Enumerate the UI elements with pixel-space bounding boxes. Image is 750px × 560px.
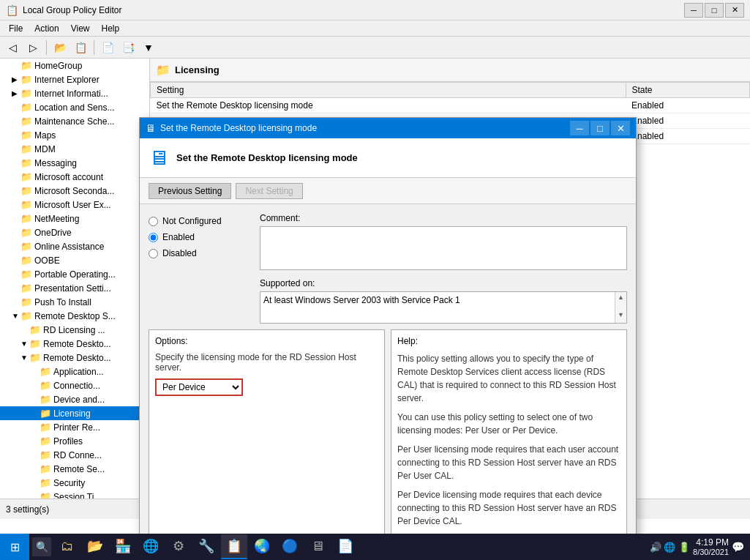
taskbar-app-store[interactable]: 🏪 [110, 534, 136, 559]
menu-view[interactable]: View [65, 22, 96, 35]
taskbar-app-manage[interactable]: 🖥 [304, 534, 331, 559]
tree-item-remotese[interactable]: 📁 Remote Se... [0, 462, 149, 476]
tree-item-connection[interactable]: 📁 Connectio... [0, 378, 149, 392]
radio-enabled[interactable]: Enabled [149, 232, 251, 242]
tree-item-ie[interactable]: ▶ 📁 Internet Explorer [0, 72, 149, 86]
licensing-mode-select[interactable]: Per Device Per User [155, 378, 243, 396]
dialog: 🖥 Set the Remote Desktop licensing mode … [139, 117, 637, 560]
extended-button[interactable]: 📑 [119, 39, 138, 56]
tree-item-rd-remote2[interactable]: ▼ 📁 Remote Deskto... [0, 351, 149, 365]
tree-item-msseconda[interactable]: 📁 Microsoft Seconda... [0, 184, 149, 198]
folder-icon: 📁 [40, 408, 51, 419]
tree-item-netmeeting[interactable]: 📁 NetMeeting [0, 212, 149, 225]
taskbar-app-docs[interactable]: 📄 [332, 534, 359, 559]
filter-button[interactable]: ▼ [139, 39, 158, 56]
tree-item-rdlicensing[interactable]: 📁 RD Licensing ... [0, 323, 149, 337]
tree-item-iis[interactable]: ▶ 📁 Internet Informati... [0, 86, 149, 100]
dialog-title: Set the Remote Desktop licensing mode [160, 123, 566, 133]
tree-item-location[interactable]: 📁 Location and Sens... [0, 100, 149, 114]
folder-icon: 📁 [40, 394, 51, 405]
tree-label: Portable Operating... [34, 269, 116, 280]
tree-item-licensing[interactable]: 📁 Licensing [0, 406, 149, 420]
tree-label: Licensing [53, 408, 91, 419]
radio-not-configured[interactable]: Not Configured [149, 216, 251, 226]
arrow-icon: ▼ [20, 354, 28, 362]
radio-not-configured-input[interactable] [149, 217, 158, 226]
back-button[interactable]: ◁ [3, 39, 22, 56]
start-button[interactable]: ⊞ [0, 534, 29, 560]
maximize-button[interactable]: □ [705, 3, 724, 18]
prev-setting-button[interactable]: Previous Setting [149, 183, 231, 199]
search-button[interactable]: 🔍 [32, 537, 51, 556]
tree-item-security[interactable]: 📁 Security [0, 476, 149, 490]
taskbar-app-gpedit[interactable]: 📋 [221, 534, 247, 559]
folder-icon: 📁 [20, 171, 32, 182]
taskbar-app-edge[interactable]: 🌐 [138, 534, 164, 559]
tree-item-portable[interactable]: 📁 Portable Operating... [0, 267, 149, 281]
tree-item-msuserex[interactable]: 📁 Microsoft User Ex... [0, 198, 149, 212]
properties-button[interactable]: 📄 [98, 39, 117, 56]
tree-item-printer[interactable]: 📁 Printer Re... [0, 420, 149, 434]
toolbar-separator-1 [46, 40, 47, 55]
tree-item-profiles[interactable]: 📁 Profiles [0, 434, 149, 448]
col-setting[interactable]: Setting [151, 83, 626, 98]
radio-disabled[interactable]: Disabled [149, 248, 251, 258]
dialog-minimize-button[interactable]: ─ [570, 121, 589, 135]
taskbar-app-tools[interactable]: 🔧 [193, 534, 220, 559]
tree-item-msaccount[interactable]: 📁 Microsoft account [0, 170, 149, 184]
tree-label: Remote Se... [53, 464, 105, 474]
taskbar-app-files[interactable]: 🗂 [54, 534, 80, 559]
dialog-maximize-button[interactable]: □ [590, 121, 610, 135]
tree-item-maps[interactable]: 📁 Maps [0, 128, 149, 142]
tree-item-mdm[interactable]: 📁 MDM [0, 142, 149, 156]
minimize-button[interactable]: ─ [684, 3, 703, 18]
tree-item-homegroup[interactable]: 📁 HomeGroup [0, 59, 149, 72]
dialog-window-controls: ─ □ ✕ [570, 121, 630, 135]
table-row[interactable]: Set the Remote Desktop licensing mode En… [151, 98, 750, 113]
folder-icon: 📁 [40, 491, 51, 499]
folder-icon: 📁 [29, 324, 41, 335]
tree-item-rdconnect[interactable]: 📁 RD Conne... [0, 448, 149, 462]
menu-help[interactable]: Help [96, 22, 126, 35]
tree-item-application[interactable]: 📁 Application... [0, 365, 149, 378]
taskbar-app-chrome[interactable]: 🔵 [277, 534, 303, 559]
menu-bar: File Action View Help [0, 20, 750, 37]
radio-enabled-input[interactable] [149, 233, 158, 242]
col-state[interactable]: State [626, 83, 749, 98]
taskbar-app-explorer[interactable]: 📂 [82, 534, 108, 559]
tree-item-rd-remote1[interactable]: ▼ 📁 Remote Deskto... [0, 337, 149, 351]
tree-label: RD Conne... [53, 450, 102, 460]
supported-scrollbar[interactable]: ▲ ▼ [615, 292, 626, 323]
radio-disabled-input[interactable] [149, 249, 158, 258]
tree-item-device[interactable]: 📁 Device and... [0, 392, 149, 406]
tree-item-online[interactable]: 📁 Online Assistance [0, 239, 149, 253]
taskbar-app-ie[interactable]: 🌏 [249, 534, 275, 559]
forward-button[interactable]: ▷ [23, 39, 42, 56]
folder-up-button[interactable]: 📂 [50, 39, 70, 56]
menu-file[interactable]: File [3, 22, 29, 35]
tree-label: Maps [34, 130, 56, 141]
show-hide-button[interactable]: 📋 [71, 39, 90, 56]
taskbar-app-settings[interactable]: ⚙ [165, 534, 192, 559]
tree-item-pushtoinstall[interactable]: 📁 Push To Install [0, 295, 149, 309]
tree-item-oobe[interactable]: 📁 OOBE [0, 253, 149, 267]
menu-action[interactable]: Action [29, 22, 64, 35]
close-button[interactable]: ✕ [725, 3, 744, 18]
tree-label: Online Assistance [34, 242, 104, 252]
taskbar-time-display: 4:19 PM [693, 537, 729, 548]
tree-item-maintenance[interactable]: 📁 Maintenance Sche... [0, 114, 149, 128]
tray-icons: 🔊 🌐 🔋 [650, 542, 690, 553]
tree-item-rds[interactable]: ▼ 📁 Remote Desktop S... [0, 309, 149, 323]
folder-icon: 📁 [29, 338, 41, 349]
next-setting-button[interactable]: Next Setting [236, 183, 302, 199]
tree-item-messaging[interactable]: 📁 Messaging [0, 156, 149, 170]
notification-icon[interactable]: 💬 [732, 541, 744, 553]
tree-item-sessiontim[interactable]: 📁 Session Ti... [0, 490, 149, 499]
dialog-nav: Previous Setting Next Setting [140, 178, 636, 204]
tree-item-presentation[interactable]: 📁 Presentation Setti... [0, 281, 149, 295]
tree-item-onedrive[interactable]: 📁 OneDrive [0, 225, 149, 239]
dialog-close-button[interactable]: ✕ [611, 121, 630, 135]
folder-icon: 📁 [20, 185, 32, 196]
comment-textarea[interactable] [260, 226, 627, 270]
folder-icon: 📁 [20, 143, 32, 154]
